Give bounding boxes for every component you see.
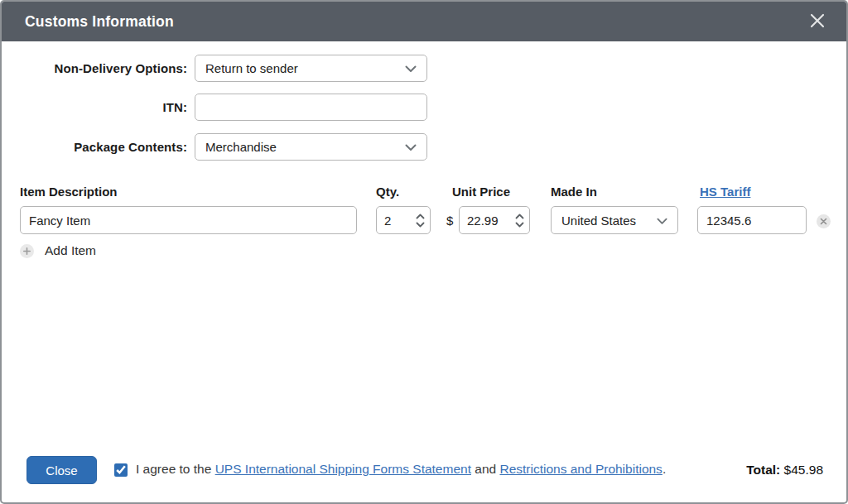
unit-price-value: 22.99 bbox=[467, 214, 499, 228]
x-circle-icon bbox=[820, 215, 827, 228]
ups-forms-statement-link[interactable]: UPS International Shipping Forms Stateme… bbox=[215, 462, 471, 476]
chevron-down-icon[interactable] bbox=[515, 222, 524, 228]
qty-value: 2 bbox=[384, 214, 391, 228]
made-in-value: United States bbox=[561, 214, 636, 228]
non-delivery-options-select[interactable]: Return to sender bbox=[195, 55, 427, 82]
hs-tariff-input[interactable] bbox=[697, 206, 807, 234]
unit-price-stepper[interactable]: 22.99 bbox=[459, 206, 530, 234]
agreement-middle: and bbox=[471, 462, 499, 476]
item-description-header: Item Description bbox=[20, 185, 118, 199]
hs-tariff-link[interactable]: HS Tariff bbox=[700, 185, 750, 199]
chevron-down-icon bbox=[657, 214, 667, 228]
chevron-down-icon bbox=[405, 140, 417, 154]
agreement-prefix: I agree to the bbox=[136, 462, 215, 476]
agreement-text: I agree to the UPS International Shippin… bbox=[136, 462, 666, 477]
agreement-suffix: . bbox=[662, 462, 666, 476]
qty-header: Qty. bbox=[376, 185, 399, 199]
itn-input[interactable] bbox=[195, 94, 427, 121]
dialog-titlebar: Customs Information bbox=[2, 2, 846, 41]
x-icon bbox=[808, 12, 826, 32]
agreement-row: I agree to the UPS International Shippin… bbox=[114, 462, 666, 477]
made-in-select[interactable]: United States bbox=[551, 206, 678, 234]
qty-stepper[interactable]: 2 bbox=[376, 206, 431, 234]
total-label: Total: bbox=[746, 463, 780, 477]
chevron-down-icon[interactable] bbox=[416, 222, 425, 228]
itn-row: ITN: bbox=[25, 94, 427, 121]
package-contents-value: Merchandise bbox=[205, 140, 277, 154]
add-item-label: Add Item bbox=[45, 243, 96, 258]
plus-circle-icon bbox=[20, 244, 34, 258]
close-button[interactable]: Close bbox=[26, 456, 97, 484]
itn-label: ITN: bbox=[25, 100, 187, 114]
chevron-down-icon bbox=[405, 61, 417, 75]
remove-item-button[interactable] bbox=[817, 214, 831, 228]
non-delivery-options-row: Non-Delivery Options: Return to sender bbox=[25, 55, 427, 82]
total: Total: $45.98 bbox=[746, 463, 823, 478]
non-delivery-options-value: Return to sender bbox=[205, 61, 298, 75]
chevron-up-icon[interactable] bbox=[416, 214, 425, 219]
package-contents-label: Package Contents: bbox=[25, 140, 187, 154]
chevron-up-icon[interactable] bbox=[515, 214, 524, 219]
item-description-input[interactable] bbox=[20, 206, 357, 234]
agreement-checkbox[interactable] bbox=[114, 463, 128, 477]
dialog-title: Customs Information bbox=[25, 13, 174, 31]
package-contents-select[interactable]: Merchandise bbox=[195, 133, 427, 161]
currency-symbol: $ bbox=[446, 206, 453, 234]
total-value: $45.98 bbox=[780, 463, 823, 477]
package-contents-row: Package Contents: Merchandise bbox=[25, 133, 427, 161]
non-delivery-options-label: Non-Delivery Options: bbox=[25, 61, 187, 75]
dialog-close-button[interactable] bbox=[807, 11, 828, 32]
made-in-header: Made In bbox=[551, 185, 597, 199]
unit-price-header: Unit Price bbox=[452, 185, 510, 199]
customs-information-dialog: Customs Information Non-Delivery Options… bbox=[0, 0, 848, 504]
add-item-button[interactable]: Add Item bbox=[20, 243, 96, 258]
restrictions-prohibitions-link[interactable]: Restrictions and Prohibitions bbox=[499, 462, 662, 476]
